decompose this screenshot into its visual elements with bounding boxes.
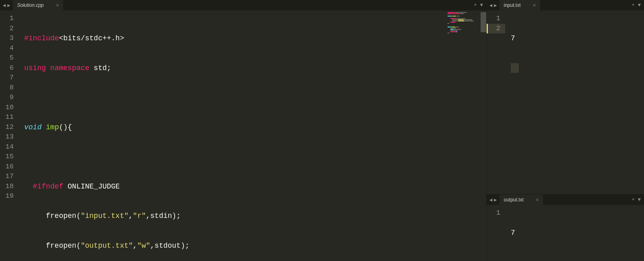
tab-next-icon[interactable]: ▶ <box>493 2 497 8</box>
code-line <box>24 152 446 162</box>
line-number: 18 <box>3 182 14 192</box>
code-line: using namespace std; <box>24 63 446 73</box>
line-number: 12 <box>3 122 14 133</box>
code-line: #ifndef ONLINE_JUDGE <box>24 182 446 192</box>
close-icon[interactable]: × <box>536 197 539 203</box>
line-number: 1 <box>490 14 500 24</box>
tab-solution[interactable]: Solution.cpp × <box>13 0 63 10</box>
input-code[interactable]: 7 <box>505 10 644 194</box>
tab-output[interactable]: output.txt × <box>500 195 543 205</box>
code-line: freopen("output.txt","w",stdout); <box>24 241 446 251</box>
code-line <box>511 63 644 73</box>
line-number: 1 <box>490 208 500 218</box>
tab-prev-icon[interactable]: ◀ <box>2 2 6 8</box>
tab-next-icon[interactable]: ▶ <box>7 2 10 8</box>
output-code[interactable]: 7 <box>505 205 644 261</box>
line-number: 2 <box>3 24 14 34</box>
line-number: 14 <box>3 142 14 152</box>
input-pane: ◀ ▶ input.txt × + ▼ 1 2 7 <box>487 0 644 194</box>
line-number: 8 <box>3 83 14 93</box>
line-number: 11 <box>3 112 14 122</box>
tab-label: Solution.cpp <box>17 2 43 8</box>
close-icon[interactable]: × <box>533 2 536 8</box>
code-line: #include<bits/stdc++.h> <box>24 33 446 44</box>
tab-prev-icon[interactable]: ◀ <box>489 2 493 8</box>
left-tabbar: ◀ ▶ Solution.cpp × + ▼ <box>0 0 486 10</box>
input-editor[interactable]: 1 2 7 <box>487 10 644 194</box>
input-gutter: 1 2 <box>487 10 505 194</box>
tab-next-icon[interactable]: ▶ <box>493 197 497 203</box>
tab-controls: + ▼ <box>473 2 486 8</box>
new-tab-icon[interactable]: + <box>631 2 636 8</box>
line-number: 19 <box>3 191 14 201</box>
minimap-scrollbar[interactable] <box>481 12 486 32</box>
output-tabbar: ◀ ▶ output.txt × + ▼ <box>487 195 644 205</box>
line-number: 5 <box>3 53 14 63</box>
tab-nav: ◀ ▶ <box>0 2 13 8</box>
code-line: 7 <box>511 228 644 238</box>
left-editor[interactable]: 1 2 3 4 5 6 7 8 9 10 11 12 13 14 15 16 1… <box>0 10 486 261</box>
code-line: freopen("input.txt","r",stdin); <box>24 211 446 221</box>
input-tabbar: ◀ ▶ input.txt × + ▼ <box>487 0 644 10</box>
tab-nav: ◀ ▶ <box>487 2 500 8</box>
tab-menu-icon[interactable]: ▼ <box>479 2 484 8</box>
tab-label: input.txt <box>504 2 520 8</box>
right-column: ◀ ▶ input.txt × + ▼ 1 2 7 <box>487 0 644 261</box>
close-icon[interactable]: × <box>56 2 59 8</box>
tab-menu-icon[interactable]: ▼ <box>637 197 642 203</box>
app-root: ◀ ▶ Solution.cpp × + ▼ 1 2 3 4 5 6 7 8 <box>0 0 644 261</box>
line-number: 1 <box>3 14 14 24</box>
line-number: 15 <box>3 152 14 162</box>
tab-menu-icon[interactable]: ▼ <box>637 2 642 8</box>
code-line <box>24 93 446 103</box>
line-number: 4 <box>3 44 14 54</box>
tab-controls: + ▼ <box>631 2 644 8</box>
tab-input[interactable]: input.txt × <box>500 0 540 10</box>
tab-nav: ◀ ▶ <box>487 197 500 203</box>
line-number: 3 <box>3 33 14 44</box>
line-number: 16 <box>3 162 14 172</box>
line-number: 2 <box>487 24 505 34</box>
code-area[interactable]: #include<bits/stdc++.h> using namespace … <box>19 10 446 261</box>
line-number: 6 <box>3 63 14 73</box>
output-editor[interactable]: 1 7 <box>487 205 644 261</box>
tab-label: output.txt <box>504 197 523 203</box>
minimap[interactable] <box>446 10 486 261</box>
line-number: 9 <box>3 93 14 103</box>
left-gutter: 1 2 3 4 5 6 7 8 9 10 11 12 13 14 15 16 1… <box>0 10 19 261</box>
new-tab-icon[interactable]: + <box>473 2 478 8</box>
left-pane: ◀ ▶ Solution.cpp × + ▼ 1 2 3 4 5 6 7 8 <box>0 0 487 261</box>
output-gutter: 1 <box>487 205 505 261</box>
tab-controls: + ▼ <box>631 197 644 203</box>
line-number: 7 <box>3 73 14 83</box>
line-number: 17 <box>3 172 14 182</box>
line-number: 13 <box>3 132 14 142</box>
code-line: 7 <box>511 33 644 44</box>
output-pane: ◀ ▶ output.txt × + ▼ 1 7 <box>487 194 644 261</box>
new-tab-icon[interactable]: + <box>631 197 636 203</box>
tab-prev-icon[interactable]: ◀ <box>489 197 493 203</box>
line-number: 10 <box>3 103 14 113</box>
code-line: void imp(){ <box>24 122 446 133</box>
